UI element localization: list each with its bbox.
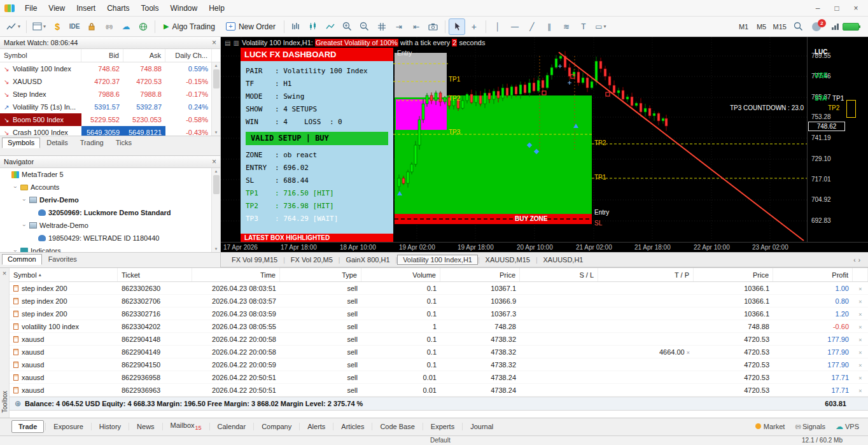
menu-file[interactable]: File xyxy=(19,1,43,15)
tab-common[interactable]: Common xyxy=(2,254,42,265)
ide-button[interactable]: IDE xyxy=(66,18,83,35)
chart-menu-icon[interactable]: ▤ xyxy=(225,39,230,46)
close-position-icon[interactable]: × xyxy=(858,286,862,292)
chevron-down-icon[interactable]: › xyxy=(12,183,18,191)
position-row[interactable]: xauusd86229041492026.04.22 20:00:58sell0… xyxy=(10,346,868,358)
navigator-item[interactable]: ›Deriv-Demo xyxy=(0,194,220,206)
crosshair-tool-button[interactable]: + xyxy=(466,18,482,35)
tab-scroll-arrows[interactable]: ‹› xyxy=(853,257,868,264)
position-row[interactable]: step index 20086233027062026.04.23 08:03… xyxy=(10,295,868,307)
close-position-icon[interactable]: × xyxy=(858,388,862,394)
broadcast-button[interactable]: ((o)) xyxy=(101,18,117,35)
close-position-icon[interactable]: × xyxy=(858,311,862,318)
time-axis[interactable]: 17 Apr 202617 Apr 18:0018 Apr 10:0019 Ap… xyxy=(221,242,868,252)
chart-settings-icon[interactable]: ▥ xyxy=(233,39,239,46)
toolbox-tab-journal[interactable]: Journal xyxy=(464,421,500,432)
toolbox-tab-code-base[interactable]: Code Base xyxy=(374,421,421,432)
search-button[interactable] xyxy=(790,18,806,35)
close-position-icon[interactable]: × xyxy=(858,350,862,356)
text-tool-button[interactable]: T xyxy=(575,18,592,35)
market-watch-row[interactable]: ↘Boom 500 Index5229.5525230.053-0.58% xyxy=(0,113,220,126)
tab-details[interactable]: Details xyxy=(41,138,74,148)
market-watch-row[interactable]: ↗Volatility 75 (1s) In...5391.575392.870… xyxy=(0,101,220,113)
lock-button[interactable] xyxy=(83,18,100,35)
toolbox-tab-mailbox[interactable]: Mailbox15 xyxy=(164,420,208,433)
close-position-icon[interactable]: × xyxy=(858,375,862,381)
signals-button[interactable]: ((•))Signals xyxy=(795,423,825,430)
close-position-icon[interactable]: × xyxy=(858,299,862,305)
screenshot-button[interactable] xyxy=(425,18,442,35)
scroll-up-icon[interactable]: ▴ xyxy=(215,63,218,68)
grid-button[interactable] xyxy=(374,18,390,35)
remove-tp-icon[interactable]: × xyxy=(687,350,690,356)
toolbox-tab-exposure[interactable]: Exposure xyxy=(47,421,89,432)
menu-charts[interactable]: Charts xyxy=(101,1,135,15)
deposit-button[interactable]: $ xyxy=(49,18,66,35)
algo-trading-button[interactable]: ▶Algo Trading xyxy=(158,18,220,35)
menu-view[interactable]: View xyxy=(43,1,71,15)
chart-tab[interactable]: XAUUSD,H1 xyxy=(538,255,589,265)
notifications-button[interactable]: 2 xyxy=(812,22,821,31)
chevron-down-icon[interactable]: › xyxy=(12,247,18,252)
market-watch-scrollbar[interactable]: ▴ ▾ xyxy=(211,62,220,136)
maximize-button[interactable]: □ xyxy=(827,3,846,14)
close-button[interactable]: × xyxy=(846,3,865,14)
toolbox-tab-history[interactable]: History xyxy=(93,421,127,432)
zoom-in-button[interactable] xyxy=(339,18,356,35)
chevron-down-icon[interactable]: › xyxy=(21,222,27,229)
timeframe-m15-button[interactable]: M15 xyxy=(771,18,789,35)
tab-symbols[interactable]: Symbols xyxy=(2,138,40,148)
position-row[interactable]: xauusd86229041502026.04.22 20:00:59sell0… xyxy=(10,358,868,371)
scroll-thumb[interactable] xyxy=(213,175,220,194)
navigator-item[interactable]: ›Indicators xyxy=(0,244,220,252)
toolbox-tab-news[interactable]: News xyxy=(130,421,161,432)
toolbox-close-icon[interactable]: × xyxy=(0,268,9,277)
menu-help[interactable]: Help xyxy=(203,1,230,15)
community-button[interactable] xyxy=(135,18,151,35)
vps-button[interactable]: ☁VPS xyxy=(836,422,859,431)
position-row[interactable]: volatility 100 index86233042022026.04.23… xyxy=(10,320,868,333)
menu-tools[interactable]: Tools xyxy=(136,1,165,15)
chart-window[interactable]: 789.55777.46765.37753.28741.19729.10717.… xyxy=(221,37,868,252)
menu-insert[interactable]: Insert xyxy=(71,1,101,15)
profile-label[interactable]: Default xyxy=(430,437,451,444)
market-watch-row[interactable]: ↘Crash 1000 Index5649.30595649.8121-0.43… xyxy=(0,126,220,136)
bar-chart-mode-button[interactable] xyxy=(288,18,304,35)
close-position-icon[interactable]: × xyxy=(858,362,862,369)
toolbox-tab-alerts[interactable]: Alerts xyxy=(301,421,332,432)
scroll-down-icon[interactable]: ▾ xyxy=(215,246,218,251)
chart-tab[interactable]: FX Vol 20,M5 xyxy=(285,255,339,265)
position-row[interactable]: xauusd86229041482026.04.22 20:00:58sell0… xyxy=(10,333,868,346)
auto-scroll-button[interactable]: ⇤ xyxy=(408,18,424,35)
market-watch-row[interactable]: ↘Volatility 100 Index748.62748.880.59% xyxy=(0,62,220,75)
new-order-button[interactable]: +New Order xyxy=(221,18,281,35)
new-chart-button[interactable]: ▾ xyxy=(30,18,48,35)
toolbox-tab-calendar[interactable]: Calendar xyxy=(211,421,253,432)
minimize-button[interactable]: – xyxy=(808,3,827,14)
navigator-item[interactable]: 32050969: Luckmore Demo Standard xyxy=(0,206,220,219)
position-row[interactable]: xauusd86229369632026.04.22 20:50:51sell0… xyxy=(10,384,868,397)
chart-profile-button[interactable]: ▾ xyxy=(4,18,23,35)
market-watch-row[interactable]: ↘XAUUSD4720.374720.53-0.15% xyxy=(0,75,220,88)
navigator-item[interactable]: ›Weltrade-Demo xyxy=(0,219,220,232)
line-chart-mode-button[interactable] xyxy=(322,18,339,35)
toolbox-tab-company[interactable]: Company xyxy=(255,421,298,432)
chart-tab[interactable]: XAUUSD,M15 xyxy=(480,255,536,265)
expand-icon[interactable]: ⊕ xyxy=(15,399,21,408)
price-scale[interactable]: 789.55777.46765.37753.28741.19729.10717.… xyxy=(807,37,868,242)
shapes-tool-button[interactable]: ▭▾ xyxy=(592,18,609,35)
navigator-item[interactable]: ›Accounts xyxy=(0,181,220,194)
chart-tab[interactable]: GainX 800,H1 xyxy=(340,255,395,265)
toolbox-tab-trade[interactable]: Trade xyxy=(11,420,44,433)
candle-chart-mode-button[interactable] xyxy=(305,18,321,35)
toolbox-tab-articles[interactable]: Articles xyxy=(335,421,370,432)
cursor-tool-button[interactable] xyxy=(449,18,465,35)
timeframe-m1-button[interactable]: M1 xyxy=(735,18,753,35)
channel-tool-button[interactable]: ∥ xyxy=(541,18,557,35)
navigator-item[interactable]: 19850429: WELTRADE ID 1180440 xyxy=(0,232,220,244)
position-row[interactable]: step index 20086233026302026.04.23 08:03… xyxy=(10,282,868,295)
navigator-item[interactable]: MetaTrader 5 xyxy=(0,168,220,181)
timeframe-m5-button[interactable]: M5 xyxy=(753,18,771,35)
cloud-button[interactable]: ☁ xyxy=(118,18,134,35)
market-watch-row[interactable]: ↘Step Index7988.67988.8-0.17% xyxy=(0,88,220,101)
